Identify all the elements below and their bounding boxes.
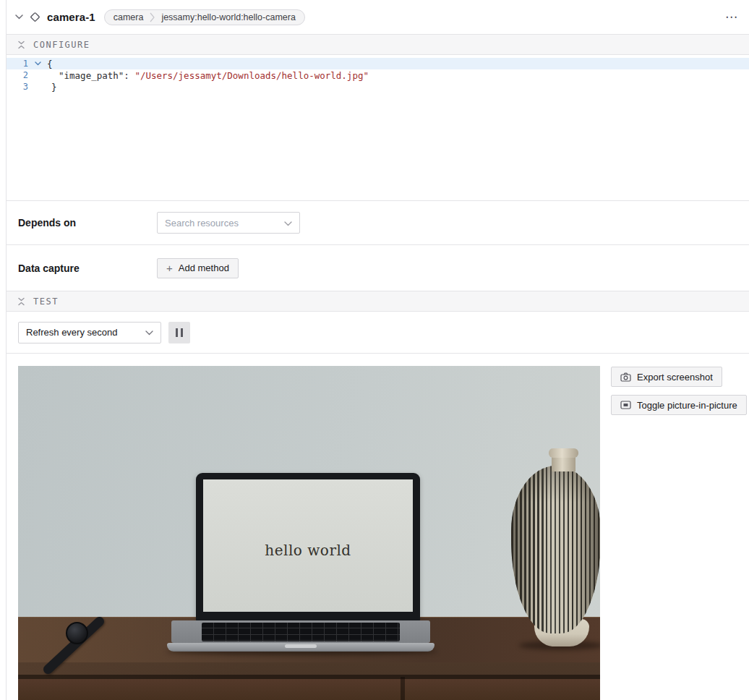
collapse-section-icon[interactable]: [17, 297, 25, 306]
toggle-pip-button[interactable]: Toggle picture-in-picture: [611, 395, 747, 415]
laptop-screen-text: hello world: [265, 542, 351, 559]
striped-vase: [511, 466, 600, 633]
camera-stream-image: hello world: [18, 366, 600, 700]
resource-config-panel: camera-1 camera jessamy:hello-world:hell…: [0, 0, 749, 700]
panel-content: camera-1 camera jessamy:hello-world:hell…: [6, 0, 749, 700]
plus-icon: +: [166, 262, 173, 274]
pause-refresh-button[interactable]: [168, 322, 190, 343]
camera-icon: [620, 372, 631, 382]
resource-type-model-badge: camera jessamy:hello-world:hello-camera: [104, 9, 305, 25]
drawer-front: [18, 679, 600, 700]
component-diamond-icon: [29, 11, 41, 23]
editor-line[interactable]: 1 {: [7, 58, 749, 69]
add-method-button[interactable]: + Add method: [157, 258, 239, 278]
vase-lip: [549, 448, 578, 458]
resource-model-label: jessamy:hello-world:hello-camera: [161, 12, 296, 22]
code-fold-icon[interactable]: [28, 61, 47, 66]
depends-on-select[interactable]: Search resources: [157, 212, 300, 234]
code-text: }: [51, 82, 57, 93]
pause-icon: [176, 328, 178, 337]
resource-type-label: camera: [114, 12, 144, 22]
stream-actions: Export screenshot Toggle picture-in-pict…: [611, 366, 747, 415]
json-config-editor[interactable]: 1 { 2 "image_path": "/Users/jessamyt/Dow…: [7, 55, 749, 200]
depends-on-label: Depends on: [18, 217, 157, 229]
json-colon: :: [124, 70, 134, 81]
code-text: "image_path": "/Users/jessamyt/Downloads…: [59, 70, 369, 81]
test-section-bar: TEST: [7, 291, 749, 312]
resource-header: camera-1 camera jessamy:hello-world:hell…: [7, 0, 749, 34]
pause-icon: [181, 328, 183, 337]
line-number: 2: [7, 70, 28, 80]
laptop-keyboard: [202, 623, 400, 641]
json-string-value: "/Users/jessamyt/Downloads/hello-world.j…: [134, 70, 369, 81]
refresh-rate-select[interactable]: Refresh every second: [18, 322, 161, 343]
data-capture-label: Data capture: [18, 262, 157, 274]
line-number: 1: [7, 59, 28, 69]
editor-line[interactable]: 2 "image_path": "/Users/jessamyt/Downloa…: [7, 69, 749, 81]
depends-on-row: Depends on Search resources: [7, 201, 749, 244]
picture-in-picture-icon: [620, 401, 631, 409]
laptop-base: [171, 620, 430, 652]
add-method-label: Add method: [179, 262, 229, 273]
laptop-lid-notch: [285, 644, 317, 648]
data-capture-row: Data capture + Add method: [7, 245, 749, 291]
configure-section-title: CONFIGURE: [33, 40, 90, 50]
chevron-down-icon[interactable]: [15, 14, 23, 20]
chevron-down-icon: [284, 218, 292, 229]
resource-name: camera-1: [47, 11, 95, 23]
line-number: 3: [7, 82, 28, 92]
collapse-section-icon[interactable]: [17, 40, 25, 49]
more-options-icon[interactable]: ⋯: [724, 9, 739, 25]
code-text: {: [47, 59, 53, 69]
test-controls: Refresh every second: [7, 312, 749, 353]
editor-line[interactable]: 3 }: [7, 81, 749, 93]
json-key: "image_path": [59, 70, 124, 81]
export-screenshot-label: Export screenshot: [637, 372, 713, 383]
export-screenshot-button[interactable]: Export screenshot: [611, 367, 722, 387]
toggle-pip-label: Toggle picture-in-picture: [637, 400, 737, 411]
chevron-down-icon: [145, 327, 153, 338]
laptop-front-lip: [167, 643, 435, 652]
laptop-screen: hello world: [196, 473, 420, 621]
depends-on-placeholder: Search resources: [165, 218, 284, 229]
vase-neck: [552, 456, 575, 471]
refresh-rate-value: Refresh every second: [26, 327, 145, 338]
watch-face: [66, 622, 88, 644]
configure-section-bar: CONFIGURE: [7, 34, 749, 55]
badge-chevron-separator-icon: [150, 12, 155, 23]
test-section-title: TEST: [33, 296, 59, 307]
test-body: hello world: [7, 354, 749, 700]
laptop-display: hello world: [203, 479, 413, 612]
drawer-divider: [401, 677, 405, 700]
